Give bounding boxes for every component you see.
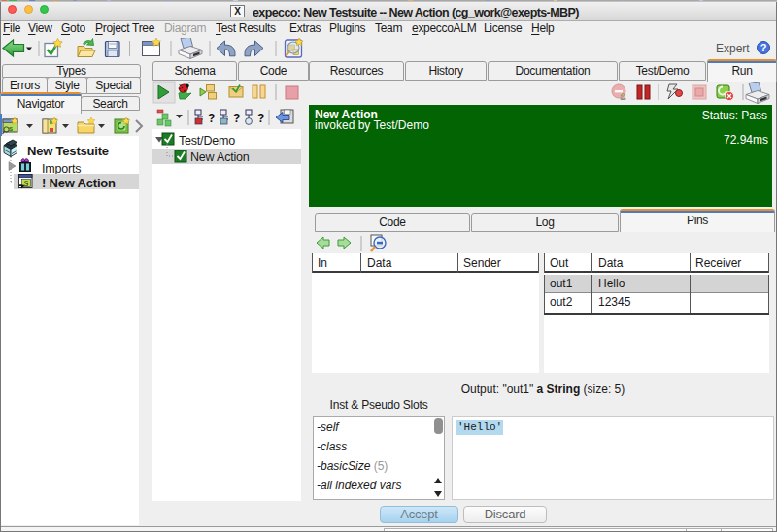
svg-text:?: ?	[257, 112, 264, 125]
svg-text:S: S	[24, 180, 29, 188]
svg-text:s: s	[9, 124, 14, 133]
svg-text:?: ?	[233, 112, 240, 125]
svg-text:?: ?	[760, 42, 767, 53]
svg-text:?: ?	[208, 112, 215, 125]
